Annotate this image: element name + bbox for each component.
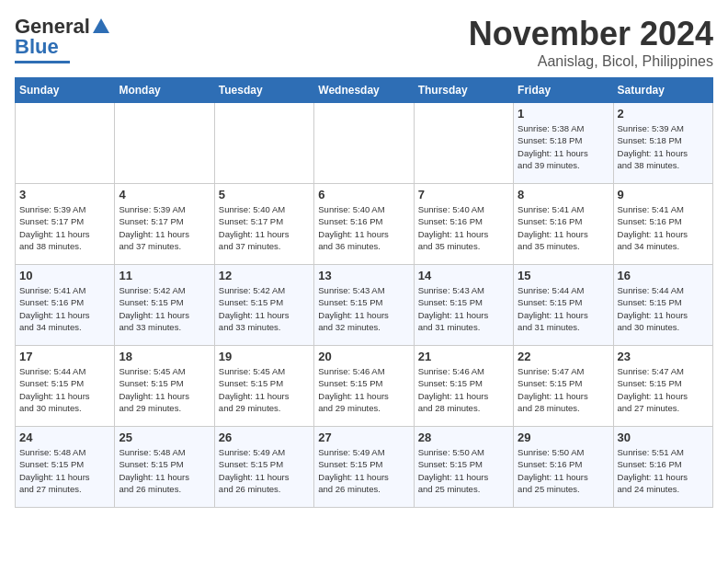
- day-info: Sunrise: 5:50 AM Sunset: 5:15 PM Dayligh…: [418, 446, 509, 495]
- day-info: Sunrise: 5:49 AM Sunset: 5:15 PM Dayligh…: [219, 446, 310, 495]
- day-number: 11: [119, 269, 210, 282]
- day-info: Sunrise: 5:41 AM Sunset: 5:16 PM Dayligh…: [518, 203, 609, 252]
- page-header: General Blue November 2024 Aanislag, Bic…: [15, 15, 713, 70]
- col-header-saturday: Saturday: [613, 78, 712, 103]
- calendar-cell: [314, 103, 414, 184]
- col-header-tuesday: Tuesday: [214, 78, 313, 103]
- calendar-cell: 24Sunrise: 5:48 AM Sunset: 5:15 PM Dayli…: [16, 427, 115, 508]
- day-number: 6: [318, 188, 409, 201]
- day-info: Sunrise: 5:44 AM Sunset: 5:15 PM Dayligh…: [618, 284, 709, 333]
- day-number: 2: [618, 107, 709, 121]
- day-number: 4: [119, 188, 210, 201]
- day-info: Sunrise: 5:40 AM Sunset: 5:17 PM Dayligh…: [219, 203, 310, 252]
- day-number: 9: [618, 188, 709, 201]
- calendar-cell: 16Sunrise: 5:44 AM Sunset: 5:15 PM Dayli…: [613, 265, 712, 346]
- calendar-cell: 17Sunrise: 5:44 AM Sunset: 5:15 PM Dayli…: [16, 346, 115, 427]
- col-header-monday: Monday: [115, 78, 214, 103]
- calendar-cell: 23Sunrise: 5:47 AM Sunset: 5:15 PM Dayli…: [613, 346, 712, 427]
- logo-icon: [91, 17, 111, 37]
- col-header-wednesday: Wednesday: [314, 78, 414, 103]
- svg-marker-0: [93, 18, 109, 33]
- day-info: Sunrise: 5:45 AM Sunset: 5:15 PM Dayligh…: [119, 365, 210, 414]
- day-number: 20: [318, 350, 409, 363]
- calendar-cell: 5Sunrise: 5:40 AM Sunset: 5:17 PM Daylig…: [214, 184, 313, 265]
- day-info: Sunrise: 5:40 AM Sunset: 5:16 PM Dayligh…: [318, 203, 409, 252]
- col-header-sunday: Sunday: [16, 78, 115, 103]
- day-number: 14: [418, 269, 509, 282]
- calendar-cell: 22Sunrise: 5:47 AM Sunset: 5:15 PM Dayli…: [514, 346, 613, 427]
- calendar-cell: 8Sunrise: 5:41 AM Sunset: 5:16 PM Daylig…: [514, 184, 613, 265]
- day-info: Sunrise: 5:47 AM Sunset: 5:15 PM Dayligh…: [618, 365, 709, 414]
- logo: General Blue: [15, 15, 111, 63]
- day-info: Sunrise: 5:38 AM Sunset: 5:18 PM Dayligh…: [518, 122, 609, 171]
- calendar-week-row: 3Sunrise: 5:39 AM Sunset: 5:17 PM Daylig…: [16, 184, 713, 265]
- day-number: 15: [518, 269, 609, 282]
- day-info: Sunrise: 5:48 AM Sunset: 5:15 PM Dayligh…: [119, 446, 210, 495]
- calendar-cell: 29Sunrise: 5:50 AM Sunset: 5:16 PM Dayli…: [514, 427, 613, 508]
- day-info: Sunrise: 5:43 AM Sunset: 5:15 PM Dayligh…: [318, 284, 409, 333]
- day-number: 3: [19, 188, 110, 201]
- day-info: Sunrise: 5:41 AM Sunset: 5:16 PM Dayligh…: [19, 284, 110, 333]
- day-number: 30: [618, 431, 709, 444]
- day-info: Sunrise: 5:46 AM Sunset: 5:15 PM Dayligh…: [318, 365, 409, 414]
- day-number: 24: [19, 431, 110, 444]
- day-number: 16: [618, 269, 709, 282]
- day-number: 7: [418, 188, 509, 201]
- day-info: Sunrise: 5:44 AM Sunset: 5:15 PM Dayligh…: [518, 284, 609, 333]
- calendar-cell: 6Sunrise: 5:40 AM Sunset: 5:16 PM Daylig…: [314, 184, 414, 265]
- day-number: 18: [119, 350, 210, 363]
- logo-divider: [15, 61, 70, 63]
- calendar-week-row: 24Sunrise: 5:48 AM Sunset: 5:15 PM Dayli…: [16, 427, 713, 508]
- col-header-thursday: Thursday: [414, 78, 513, 103]
- calendar-cell: 3Sunrise: 5:39 AM Sunset: 5:17 PM Daylig…: [16, 184, 115, 265]
- calendar-cell: 21Sunrise: 5:46 AM Sunset: 5:15 PM Dayli…: [414, 346, 513, 427]
- day-info: Sunrise: 5:42 AM Sunset: 5:15 PM Dayligh…: [119, 284, 210, 333]
- calendar-cell: 19Sunrise: 5:45 AM Sunset: 5:15 PM Dayli…: [214, 346, 313, 427]
- calendar-cell: 25Sunrise: 5:48 AM Sunset: 5:15 PM Dayli…: [115, 427, 214, 508]
- day-number: 29: [518, 431, 609, 444]
- calendar-cell: 4Sunrise: 5:39 AM Sunset: 5:17 PM Daylig…: [115, 184, 214, 265]
- day-number: 28: [418, 431, 509, 444]
- calendar-week-row: 1Sunrise: 5:38 AM Sunset: 5:18 PM Daylig…: [16, 103, 713, 184]
- day-number: 21: [418, 350, 509, 363]
- calendar-cell: 10Sunrise: 5:41 AM Sunset: 5:16 PM Dayli…: [16, 265, 115, 346]
- day-info: Sunrise: 5:49 AM Sunset: 5:15 PM Dayligh…: [318, 446, 409, 495]
- col-header-friday: Friday: [514, 78, 613, 103]
- day-info: Sunrise: 5:50 AM Sunset: 5:16 PM Dayligh…: [518, 446, 609, 495]
- calendar-cell: [214, 103, 313, 184]
- day-number: 17: [19, 350, 110, 363]
- calendar-cell: [16, 103, 115, 184]
- logo-blue: Blue: [15, 35, 59, 59]
- calendar-cell: 30Sunrise: 5:51 AM Sunset: 5:16 PM Dayli…: [613, 427, 712, 508]
- day-number: 12: [219, 269, 310, 282]
- day-info: Sunrise: 5:46 AM Sunset: 5:15 PM Dayligh…: [418, 365, 509, 414]
- calendar-cell: 13Sunrise: 5:43 AM Sunset: 5:15 PM Dayli…: [314, 265, 414, 346]
- calendar-cell: 12Sunrise: 5:42 AM Sunset: 5:15 PM Dayli…: [214, 265, 313, 346]
- day-info: Sunrise: 5:45 AM Sunset: 5:15 PM Dayligh…: [219, 365, 310, 414]
- calendar-table: SundayMondayTuesdayWednesdayThursdayFrid…: [15, 77, 713, 508]
- day-info: Sunrise: 5:39 AM Sunset: 5:18 PM Dayligh…: [618, 122, 709, 171]
- calendar-cell: 26Sunrise: 5:49 AM Sunset: 5:15 PM Dayli…: [214, 427, 313, 508]
- calendar-cell: [414, 103, 513, 184]
- day-number: 19: [219, 350, 310, 363]
- day-info: Sunrise: 5:40 AM Sunset: 5:16 PM Dayligh…: [418, 203, 509, 252]
- calendar-cell: 7Sunrise: 5:40 AM Sunset: 5:16 PM Daylig…: [414, 184, 513, 265]
- calendar-cell: 20Sunrise: 5:46 AM Sunset: 5:15 PM Dayli…: [314, 346, 414, 427]
- calendar-cell: 14Sunrise: 5:43 AM Sunset: 5:15 PM Dayli…: [414, 265, 513, 346]
- day-info: Sunrise: 5:51 AM Sunset: 5:16 PM Dayligh…: [618, 446, 709, 495]
- day-number: 10: [19, 269, 110, 282]
- day-number: 23: [618, 350, 709, 363]
- calendar-cell: 9Sunrise: 5:41 AM Sunset: 5:16 PM Daylig…: [613, 184, 712, 265]
- day-info: Sunrise: 5:43 AM Sunset: 5:15 PM Dayligh…: [418, 284, 509, 333]
- day-info: Sunrise: 5:42 AM Sunset: 5:15 PM Dayligh…: [219, 284, 310, 333]
- title-block: November 2024 Aanislag, Bicol, Philippin…: [469, 15, 713, 70]
- day-info: Sunrise: 5:41 AM Sunset: 5:16 PM Dayligh…: [618, 203, 709, 252]
- calendar-week-row: 10Sunrise: 5:41 AM Sunset: 5:16 PM Dayli…: [16, 265, 713, 346]
- day-number: 13: [318, 269, 409, 282]
- location-subtitle: Aanislag, Bicol, Philippines: [469, 53, 713, 70]
- calendar-cell: [115, 103, 214, 184]
- calendar-cell: 1Sunrise: 5:38 AM Sunset: 5:18 PM Daylig…: [514, 103, 613, 184]
- day-info: Sunrise: 5:44 AM Sunset: 5:15 PM Dayligh…: [19, 365, 110, 414]
- month-title: November 2024: [469, 15, 713, 53]
- day-number: 5: [219, 188, 310, 201]
